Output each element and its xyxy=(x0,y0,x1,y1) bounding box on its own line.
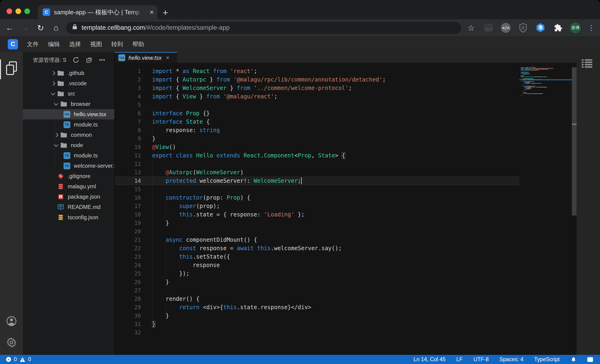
code-line-25[interactable]: 25 }); xyxy=(115,269,519,278)
code-line-26[interactable]: 26 } xyxy=(115,278,519,286)
editor-tab-close-icon[interactable]: × xyxy=(166,54,169,61)
code-line-29[interactable]: 29 return <div>{this.state.response}</di… xyxy=(115,303,519,311)
minimize-window-button[interactable] xyxy=(16,9,21,14)
code-line-21[interactable]: 21 async componentDidMount() { xyxy=(115,236,519,244)
warnings-icon[interactable] xyxy=(20,357,25,362)
warnings-count[interactable]: 0 xyxy=(28,356,31,363)
menu-item[interactable]: 文件 xyxy=(27,40,39,48)
code-line-20[interactable]: 20 xyxy=(115,227,519,236)
tree-file-welcome-server.ts[interactable]: TSwelcome-server.ts xyxy=(23,161,114,171)
profile-avatar[interactable]: 苏博 xyxy=(570,22,581,33)
tree-folder-common[interactable]: common xyxy=(23,130,114,140)
reload-icon[interactable]: ↻ xyxy=(36,23,46,33)
tree-folder-browser[interactable]: browser xyxy=(23,99,114,109)
notifications-bell-icon[interactable] xyxy=(571,356,577,363)
code-line-28[interactable]: 28 render() { xyxy=(115,295,519,303)
cursor-position[interactable]: Ln 14, Col 45 xyxy=(413,356,446,363)
tree-file-package.json[interactable]: package.json xyxy=(23,191,114,202)
errors-icon[interactable]: × xyxy=(6,357,11,362)
code-line-5[interactable]: 5 xyxy=(115,101,519,109)
more-actions-icon[interactable]: ⋯ xyxy=(98,56,106,64)
code-line-13[interactable]: 13 @Autorpc(WelcomeServer) xyxy=(115,168,519,177)
chevron-down-icon[interactable] xyxy=(49,93,57,95)
traffic-lights[interactable] xyxy=(7,9,30,14)
chevron-down-icon[interactable] xyxy=(52,144,60,146)
code-line-16[interactable]: 16 constructor(prop: Prop) { xyxy=(115,193,519,202)
code-line-7[interactable]: 7interface State { xyxy=(115,118,519,126)
code-line-15[interactable]: 15 xyxy=(115,185,519,193)
settings-gear-icon[interactable] xyxy=(6,337,17,348)
code-line-32[interactable]: 32 xyxy=(115,328,519,337)
collapse-all-icon[interactable] xyxy=(85,56,93,64)
code-line-11[interactable]: 11export class Hello extends React.Compo… xyxy=(115,151,519,160)
code-line-8[interactable]: 8 response: string xyxy=(115,126,519,135)
bookmark-star-icon[interactable]: ☆ xyxy=(466,23,476,33)
code-line-31[interactable]: 31} xyxy=(115,320,519,328)
code-line-12[interactable]: 12 xyxy=(115,160,519,168)
tree-folder-.github[interactable]: .github xyxy=(23,68,114,78)
minimap[interactable] xyxy=(519,63,572,355)
chevron-right-icon[interactable] xyxy=(52,134,60,136)
tree-folder-.vscode[interactable]: .vscode xyxy=(23,78,114,89)
scrollbar-thumb[interactable] xyxy=(572,67,577,216)
code-line-14[interactable]: 14 protected welcomeServer!: WelcomeServ… xyxy=(115,177,519,185)
tree-file-module.ts[interactable]: TSmodule.ts xyxy=(23,119,114,130)
address-bar[interactable]: template.cellbang.com/#/code/templates/s… xyxy=(66,22,461,34)
code-line-9[interactable]: 9} xyxy=(115,135,519,143)
feedback-square-icon[interactable] xyxy=(587,357,593,362)
code-line-27[interactable]: 27 xyxy=(115,286,519,295)
explorer-view-icon[interactable] xyxy=(6,61,17,75)
forward-icon[interactable]: → xyxy=(20,23,30,32)
open-editors-list-icon[interactable] xyxy=(582,59,593,69)
menu-item[interactable]: 帮助 xyxy=(132,40,144,48)
code-line-18[interactable]: 18 this.state = { response: 'Loading' }; xyxy=(115,210,519,219)
menu-item[interactable]: 转到 xyxy=(111,40,123,48)
home-icon[interactable]: ⌂ xyxy=(51,23,61,32)
tree-folder-node[interactable]: node xyxy=(23,140,114,150)
back-icon[interactable]: ← xyxy=(5,23,15,32)
lock-icon[interactable] xyxy=(73,26,77,29)
code-line-22[interactable]: 22 const response = await this.welcomeSe… xyxy=(115,244,519,253)
close-window-button[interactable] xyxy=(7,9,12,14)
menu-item[interactable]: 选择 xyxy=(69,40,81,48)
code-extension-icon[interactable]: </> xyxy=(501,23,511,33)
language-indicator[interactable]: TypeScript xyxy=(534,356,560,363)
errors-count[interactable]: 0 xyxy=(14,356,17,363)
menu-item[interactable]: 编辑 xyxy=(48,40,60,48)
tree-file-hello.view.tsx[interactable]: TSXhello.view.tsx xyxy=(23,109,114,119)
refresh-icon[interactable] xyxy=(72,56,80,64)
code-line-17[interactable]: 17 super(prop); xyxy=(115,202,519,210)
tree-file-README.md[interactable]: README.md xyxy=(23,202,114,212)
editor-tab-hello-view-tsx[interactable]: TSX hello.view.tsx × xyxy=(115,52,177,63)
browser-menu-icon[interactable]: ⋮ xyxy=(588,24,595,32)
code-line-19[interactable]: 19 } xyxy=(115,219,519,227)
tree-folder-src[interactable]: src xyxy=(23,89,114,99)
code-line-4[interactable]: 4import { View } from '@malagu/react'; xyxy=(115,92,519,101)
tree-file-.gitignore[interactable]: .gitignore xyxy=(23,171,114,181)
code-line-23[interactable]: 23 this.setState({ xyxy=(115,253,519,261)
account-icon[interactable] xyxy=(6,316,17,327)
code-line-10[interactable]: 10@View() xyxy=(115,143,519,151)
chevron-right-icon[interactable] xyxy=(49,82,57,85)
tab-close-icon[interactable]: × xyxy=(150,9,154,16)
chevron-down-icon[interactable] xyxy=(52,103,60,105)
browser-tab[interactable]: C sample-app — 模板中心 | Temp × xyxy=(38,5,158,19)
new-tab-button[interactable]: + xyxy=(163,8,168,17)
code-line-1[interactable]: 1import * as React from 'react'; xyxy=(115,67,519,75)
maximize-window-button[interactable] xyxy=(24,9,30,14)
editor-scrollbar[interactable] xyxy=(572,63,577,355)
eol-indicator[interactable]: LF xyxy=(456,356,463,363)
tree-file-module.ts[interactable]: TSmodule.ts xyxy=(23,150,114,161)
code-line-6[interactable]: 6interface Prop {} xyxy=(115,109,519,118)
tree-file-malagu.yml[interactable]: malagu.yml xyxy=(23,181,114,191)
tree-file-tsconfig.json[interactable]: tsconfig.json xyxy=(23,212,114,223)
code-line-30[interactable]: 30 } xyxy=(115,311,519,320)
indent-indicator[interactable]: Spaces: 4 xyxy=(499,356,523,363)
extensions-puzzle-icon[interactable] xyxy=(553,23,563,33)
menu-item[interactable]: 视图 xyxy=(90,40,102,48)
cube-extension-icon[interactable] xyxy=(535,23,546,33)
code-line-24[interactable]: 24 response xyxy=(115,261,519,269)
extension-icon-dark[interactable] xyxy=(483,23,494,33)
encoding-indicator[interactable]: UTF-8 xyxy=(473,356,489,363)
alipay-shield-icon[interactable]: 支 xyxy=(518,23,528,33)
